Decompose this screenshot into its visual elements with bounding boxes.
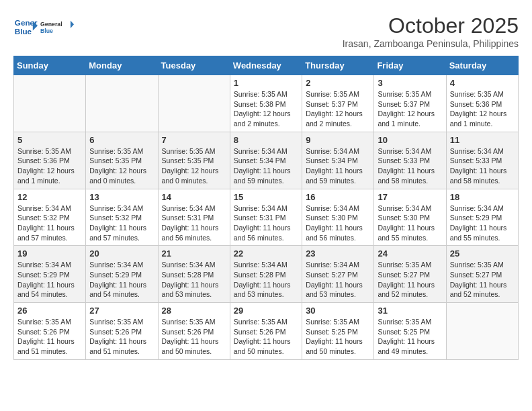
day-number: 27 xyxy=(89,306,154,316)
day-number: 16 xyxy=(306,192,370,202)
day-detail: Sunrise: 5:35 AMSunset: 5:26 PMDaylight:… xyxy=(89,317,154,357)
weekday-header: Saturday xyxy=(446,56,518,75)
day-detail: Sunrise: 5:34 AMSunset: 5:31 PMDaylight:… xyxy=(162,203,226,243)
calendar-cell: 23Sunrise: 5:34 AMSunset: 5:27 PMDayligh… xyxy=(302,246,374,303)
calendar-week-row: 12Sunrise: 5:34 AMSunset: 5:32 PMDayligh… xyxy=(14,189,519,246)
calendar-cell: 21Sunrise: 5:34 AMSunset: 5:28 PMDayligh… xyxy=(158,246,230,303)
calendar-cell: 12Sunrise: 5:34 AMSunset: 5:32 PMDayligh… xyxy=(14,189,86,246)
calendar-cell: 16Sunrise: 5:34 AMSunset: 5:30 PMDayligh… xyxy=(302,189,374,246)
day-number: 7 xyxy=(162,135,226,145)
calendar-cell: 17Sunrise: 5:34 AMSunset: 5:30 PMDayligh… xyxy=(374,189,446,246)
day-number: 11 xyxy=(450,135,515,145)
weekday-header: Wednesday xyxy=(230,56,302,75)
calendar-cell xyxy=(446,303,518,360)
calendar-cell: 26Sunrise: 5:35 AMSunset: 5:26 PMDayligh… xyxy=(14,303,86,360)
svg-text:Blue: Blue xyxy=(40,28,53,34)
logo-graphic: General Blue xyxy=(40,13,74,40)
calendar-cell: 3Sunrise: 5:35 AMSunset: 5:37 PMDaylight… xyxy=(374,75,446,132)
day-number: 28 xyxy=(162,306,226,316)
day-number: 20 xyxy=(89,248,154,259)
calendar-cell: 8Sunrise: 5:34 AMSunset: 5:34 PMDaylight… xyxy=(230,132,302,189)
day-number: 17 xyxy=(378,192,442,202)
calendar-cell: 11Sunrise: 5:34 AMSunset: 5:33 PMDayligh… xyxy=(446,132,518,189)
day-detail: Sunrise: 5:34 AMSunset: 5:27 PMDaylight:… xyxy=(306,260,370,300)
day-detail: Sunrise: 5:34 AMSunset: 5:34 PMDaylight:… xyxy=(234,146,298,186)
calendar-cell: 24Sunrise: 5:35 AMSunset: 5:27 PMDayligh… xyxy=(374,246,446,303)
day-detail: Sunrise: 5:34 AMSunset: 5:30 PMDaylight:… xyxy=(306,203,370,243)
day-detail: Sunrise: 5:35 AMSunset: 5:26 PMDaylight:… xyxy=(234,317,298,357)
calendar-week-row: 1Sunrise: 5:35 AMSunset: 5:38 PMDaylight… xyxy=(14,75,519,132)
weekday-header: Monday xyxy=(86,56,158,75)
day-number: 29 xyxy=(234,306,298,316)
day-detail: Sunrise: 5:35 AMSunset: 5:38 PMDaylight:… xyxy=(234,89,298,129)
calendar-week-row: 5Sunrise: 5:35 AMSunset: 5:36 PMDaylight… xyxy=(14,132,519,189)
logo: General Blue General Blue xyxy=(13,13,74,40)
day-detail: Sunrise: 5:34 AMSunset: 5:31 PMDaylight:… xyxy=(234,203,298,243)
day-number: 3 xyxy=(378,78,442,88)
calendar-cell: 4Sunrise: 5:35 AMSunset: 5:36 PMDaylight… xyxy=(446,75,518,132)
calendar-cell: 27Sunrise: 5:35 AMSunset: 5:26 PMDayligh… xyxy=(86,303,158,360)
day-detail: Sunrise: 5:35 AMSunset: 5:36 PMDaylight:… xyxy=(17,146,82,186)
day-number: 12 xyxy=(17,192,82,202)
logo-icon: General Blue xyxy=(13,15,38,39)
calendar-table: SundayMondayTuesdayWednesdayThursdayFrid… xyxy=(13,56,519,360)
calendar-cell: 30Sunrise: 5:35 AMSunset: 5:25 PMDayligh… xyxy=(302,303,374,360)
calendar-cell: 6Sunrise: 5:35 AMSunset: 5:35 PMDaylight… xyxy=(86,132,158,189)
calendar-header-row: SundayMondayTuesdayWednesdayThursdayFrid… xyxy=(14,56,519,75)
calendar-week-row: 26Sunrise: 5:35 AMSunset: 5:26 PMDayligh… xyxy=(14,303,519,360)
day-detail: Sunrise: 5:34 AMSunset: 5:33 PMDaylight:… xyxy=(378,146,442,186)
calendar-cell: 5Sunrise: 5:35 AMSunset: 5:36 PMDaylight… xyxy=(14,132,86,189)
calendar-cell: 2Sunrise: 5:35 AMSunset: 5:37 PMDaylight… xyxy=(302,75,374,132)
calendar-cell xyxy=(86,75,158,132)
day-number: 31 xyxy=(378,306,442,316)
svg-text:Blue: Blue xyxy=(15,27,32,36)
day-number: 6 xyxy=(89,135,154,145)
day-detail: Sunrise: 5:34 AMSunset: 5:30 PMDaylight:… xyxy=(378,203,442,243)
day-number: 24 xyxy=(378,248,442,259)
day-detail: Sunrise: 5:35 AMSunset: 5:36 PMDaylight:… xyxy=(450,89,515,129)
calendar-cell: 13Sunrise: 5:34 AMSunset: 5:32 PMDayligh… xyxy=(86,189,158,246)
weekday-header: Tuesday xyxy=(158,56,230,75)
title-area: October 2025 Irasan, Zamboanga Peninsula… xyxy=(343,13,519,49)
day-detail: Sunrise: 5:35 AMSunset: 5:25 PMDaylight:… xyxy=(378,317,442,357)
calendar-cell: 7Sunrise: 5:35 AMSunset: 5:35 PMDaylight… xyxy=(158,132,230,189)
day-detail: Sunrise: 5:35 AMSunset: 5:35 PMDaylight:… xyxy=(162,146,226,186)
calendar-cell xyxy=(14,75,86,132)
day-number: 30 xyxy=(306,306,370,316)
day-number: 19 xyxy=(17,248,82,259)
day-number: 14 xyxy=(162,192,226,202)
svg-marker-5 xyxy=(71,21,74,28)
day-detail: Sunrise: 5:34 AMSunset: 5:28 PMDaylight:… xyxy=(234,260,298,300)
day-detail: Sunrise: 5:34 AMSunset: 5:29 PMDaylight:… xyxy=(17,260,82,300)
weekday-header: Thursday xyxy=(302,56,374,75)
calendar-cell xyxy=(158,75,230,132)
calendar-cell: 28Sunrise: 5:35 AMSunset: 5:26 PMDayligh… xyxy=(158,303,230,360)
page-header: General Blue General Blue October 2025 I… xyxy=(13,13,519,49)
day-detail: Sunrise: 5:34 AMSunset: 5:32 PMDaylight:… xyxy=(89,203,154,243)
day-detail: Sunrise: 5:35 AMSunset: 5:26 PMDaylight:… xyxy=(17,317,82,357)
day-number: 21 xyxy=(162,248,226,259)
day-number: 5 xyxy=(17,135,82,145)
day-detail: Sunrise: 5:34 AMSunset: 5:29 PMDaylight:… xyxy=(89,260,154,300)
day-number: 25 xyxy=(450,248,515,259)
day-number: 15 xyxy=(234,192,298,202)
day-detail: Sunrise: 5:35 AMSunset: 5:26 PMDaylight:… xyxy=(162,317,226,357)
day-number: 2 xyxy=(306,78,370,88)
calendar-cell: 9Sunrise: 5:34 AMSunset: 5:34 PMDaylight… xyxy=(302,132,374,189)
calendar-cell: 10Sunrise: 5:34 AMSunset: 5:33 PMDayligh… xyxy=(374,132,446,189)
day-detail: Sunrise: 5:34 AMSunset: 5:34 PMDaylight:… xyxy=(306,146,370,186)
calendar-cell: 19Sunrise: 5:34 AMSunset: 5:29 PMDayligh… xyxy=(14,246,86,303)
calendar-cell: 18Sunrise: 5:34 AMSunset: 5:29 PMDayligh… xyxy=(446,189,518,246)
day-detail: Sunrise: 5:35 AMSunset: 5:27 PMDaylight:… xyxy=(450,260,515,300)
svg-text:General: General xyxy=(40,21,62,28)
day-detail: Sunrise: 5:34 AMSunset: 5:32 PMDaylight:… xyxy=(17,203,82,243)
day-number: 1 xyxy=(234,78,298,88)
day-number: 10 xyxy=(378,135,442,145)
day-number: 8 xyxy=(234,135,298,145)
day-number: 13 xyxy=(89,192,154,202)
calendar-cell: 22Sunrise: 5:34 AMSunset: 5:28 PMDayligh… xyxy=(230,246,302,303)
weekday-header: Friday xyxy=(374,56,446,75)
day-detail: Sunrise: 5:35 AMSunset: 5:37 PMDaylight:… xyxy=(306,89,370,129)
calendar-cell: 31Sunrise: 5:35 AMSunset: 5:25 PMDayligh… xyxy=(374,303,446,360)
day-detail: Sunrise: 5:34 AMSunset: 5:29 PMDaylight:… xyxy=(450,203,515,243)
